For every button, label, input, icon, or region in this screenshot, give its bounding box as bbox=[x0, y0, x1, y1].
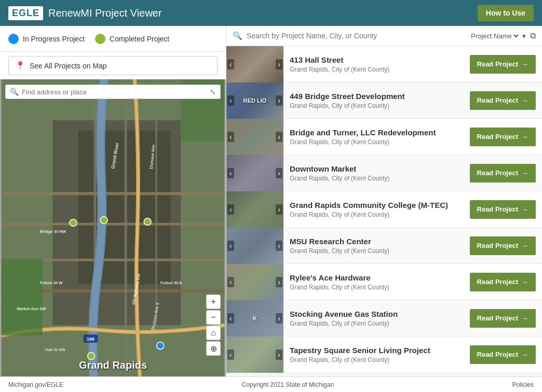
progress-dot bbox=[8, 34, 19, 44]
project-location: Grand Rapids, City of (Kent County) bbox=[290, 211, 464, 218]
svg-rect-3 bbox=[2, 192, 225, 195]
read-project-button[interactable]: Read Project → bbox=[470, 55, 536, 74]
svg-text:Bridge St NW: Bridge St NW bbox=[40, 229, 66, 234]
thumb-next-button[interactable]: › bbox=[276, 95, 282, 106]
see-all-projects-button[interactable]: 📍 See All Projects on Map bbox=[8, 56, 218, 75]
list-item: ‹ › 413 Hall Street Grand Rapids, City o… bbox=[226, 46, 542, 82]
thumb-prev-button[interactable]: ‹ bbox=[227, 132, 234, 142]
project-location: Grand Rapids, City of (Kent County) bbox=[290, 284, 464, 291]
main-content: In Progress Project Completed Project 📍 … bbox=[0, 26, 542, 376]
project-info: Bridge and Turner, LLC Redevelopment Gra… bbox=[283, 124, 470, 150]
svg-point-25 bbox=[144, 218, 151, 226]
project-location: Grand Rapids, City of (Kent County) bbox=[290, 175, 464, 182]
project-location: Grand Rapids, City of (Kent County) bbox=[290, 247, 464, 255]
location-button[interactable]: ⊕ bbox=[206, 341, 221, 356]
thumb-next-button[interactable]: › bbox=[276, 241, 282, 251]
svg-text:Market Ave SW: Market Ave SW bbox=[17, 306, 46, 311]
thumb-next-button[interactable]: › bbox=[276, 349, 282, 360]
thumb-prev-button[interactable]: ‹ bbox=[227, 313, 234, 324]
map-pin-icon: 📍 bbox=[15, 61, 25, 71]
egle-logo: EGLE bbox=[8, 6, 43, 20]
project-location: Grand Rapids, City of (Kent County) bbox=[290, 102, 464, 109]
list-item: ‹ › Rylee's Ace Hardware Grand Rapids, C… bbox=[226, 264, 542, 300]
thumb-label bbox=[254, 354, 256, 356]
map-background: Grand River Division Ave Bridge St NW Fu… bbox=[0, 79, 226, 376]
thumb-next-button[interactable]: › bbox=[276, 59, 282, 69]
left-panel: In Progress Project Completed Project 📍 … bbox=[0, 26, 226, 376]
address-search-bar[interactable]: 🔍 ⤡ bbox=[5, 85, 221, 99]
read-project-button[interactable]: Read Project → bbox=[470, 273, 536, 291]
completed-label: Completed Project bbox=[110, 35, 169, 43]
project-thumbnail: ‹ K › bbox=[226, 300, 283, 337]
arrow-icon: → bbox=[521, 96, 529, 105]
project-info: 413 Hall Street Grand Rapids, City of (K… bbox=[283, 51, 470, 77]
thumb-prev-button[interactable]: ‹ bbox=[227, 168, 234, 178]
map-container[interactable]: Grand River Division Ave Bridge St NW Fu… bbox=[0, 79, 226, 376]
sort-select[interactable]: Project NameCityCounty bbox=[469, 32, 520, 40]
list-item: ‹ › Downtown Market Grand Rapids, City o… bbox=[226, 155, 542, 191]
map-controls: + − ⌂ ⊕ bbox=[206, 295, 221, 356]
svg-rect-4 bbox=[2, 223, 225, 226]
read-project-button[interactable]: Read Project → bbox=[470, 164, 536, 183]
sort-section: Project NameCityCounty ▾ bbox=[469, 32, 526, 40]
thumb-prev-button[interactable]: ‹ bbox=[227, 277, 234, 287]
search-bar: 🔍 Project NameCityCounty ▾ ⧉ bbox=[226, 26, 542, 46]
project-thumbnail: ‹ › bbox=[226, 264, 283, 300]
see-all-label: See All Projects on Map bbox=[30, 62, 107, 70]
filter-icon[interactable]: ⧉ bbox=[530, 31, 536, 40]
list-item: ‹ RED LIO › 449 Bridge Street Developmen… bbox=[226, 82, 542, 119]
project-name: Stocking Avenue Gas Station bbox=[290, 310, 464, 318]
how-to-use-button[interactable]: How to Use bbox=[478, 5, 534, 21]
read-project-button[interactable]: Read Project → bbox=[470, 236, 536, 255]
project-thumbnail: ‹ › bbox=[226, 155, 283, 191]
project-name: Downtown Market bbox=[290, 164, 464, 173]
project-name: 449 Bridge Street Development bbox=[290, 92, 464, 101]
thumb-next-button[interactable]: › bbox=[276, 132, 282, 142]
app-header: EGLE RenewMI Project Viewer How to Use bbox=[0, 0, 542, 26]
search-input[interactable] bbox=[247, 32, 465, 40]
svg-text:Hall St SW: Hall St SW bbox=[45, 347, 66, 352]
thumb-prev-button[interactable]: ‹ bbox=[227, 204, 234, 215]
read-project-button[interactable]: Read Project → bbox=[470, 200, 536, 219]
home-button[interactable]: ⌂ bbox=[206, 326, 221, 340]
chevron-down-icon: ▾ bbox=[522, 32, 526, 40]
thumb-next-button[interactable]: › bbox=[276, 277, 282, 287]
arrow-icon: → bbox=[521, 351, 529, 359]
right-panel: 🔍 Project NameCityCounty ▾ ⧉ ‹ › 413 Hal… bbox=[226, 26, 542, 376]
thumb-label bbox=[254, 281, 256, 283]
thumb-next-button[interactable]: › bbox=[276, 168, 282, 178]
project-name: 413 Hall Street bbox=[290, 55, 464, 64]
thumb-prev-button[interactable]: ‹ bbox=[227, 59, 234, 69]
progress-label: In Progress Project bbox=[23, 35, 85, 43]
project-thumbnail: ‹ › bbox=[226, 337, 283, 373]
read-project-button[interactable]: Read Project → bbox=[470, 128, 536, 146]
project-info: MSU Research Center Grand Rapids, City o… bbox=[283, 233, 470, 259]
read-project-button[interactable]: Read Project → bbox=[470, 91, 536, 110]
project-name: Bridge and Turner, LLC Redevelopment bbox=[290, 128, 464, 137]
thumb-next-button[interactable]: › bbox=[276, 204, 282, 215]
svg-point-26 bbox=[88, 353, 95, 360]
expand-icon[interactable]: ⤡ bbox=[210, 88, 216, 96]
project-thumbnail: ‹ › bbox=[226, 228, 283, 264]
footer-center: Copyright 2021 State of Michigan bbox=[242, 381, 334, 388]
thumb-prev-button[interactable]: ‹ bbox=[227, 241, 234, 251]
svg-text:Fulton St E: Fulton St E bbox=[160, 281, 182, 285]
read-project-button[interactable]: Read Project → bbox=[470, 345, 536, 364]
thumb-prev-button[interactable]: ‹ bbox=[227, 95, 234, 106]
legend: In Progress Project Completed Project bbox=[0, 26, 226, 52]
svg-text:196: 196 bbox=[87, 337, 94, 342]
zoom-in-button[interactable]: + bbox=[206, 295, 221, 309]
arrow-icon: → bbox=[521, 133, 529, 141]
thumb-prev-button[interactable]: ‹ bbox=[227, 349, 234, 360]
thumb-next-button[interactable]: › bbox=[276, 313, 282, 324]
zoom-out-button[interactable]: − bbox=[206, 310, 221, 325]
footer: Michigan.gov/EGLE Copyright 2021 State o… bbox=[0, 376, 542, 392]
address-input[interactable] bbox=[22, 88, 207, 96]
logo-area: EGLE RenewMI Project Viewer bbox=[8, 6, 162, 20]
project-name: Rylee's Ace Hardware bbox=[290, 273, 464, 282]
read-project-button[interactable]: Read Project → bbox=[470, 309, 536, 328]
project-name: Grand Rapids Community College (M-TEC) bbox=[290, 201, 464, 209]
list-item: ‹ › Bridge and Turner, LLC Redevelopment… bbox=[226, 119, 542, 155]
project-list: ‹ › 413 Hall Street Grand Rapids, City o… bbox=[226, 46, 542, 376]
svg-point-27 bbox=[157, 342, 164, 349]
